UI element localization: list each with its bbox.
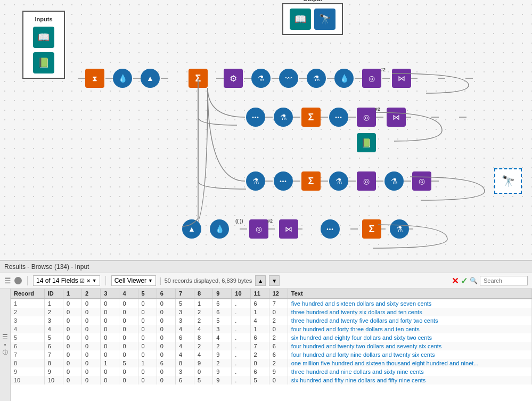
table-cell: 0 <box>101 325 119 333</box>
table-body: 11000000516.67five hundred and sixteen d… <box>11 299 532 384</box>
table-cell: 0 <box>101 350 119 359</box>
node-dna-r4[interactable]: ⋈ <box>279 219 298 239</box>
table-cell: 2 <box>194 342 213 350</box>
nav-down-button[interactable]: ▼ <box>269 275 280 286</box>
node-filter-1[interactable]: ⧗ <box>85 69 104 88</box>
table-cell: . <box>232 333 250 342</box>
nav-up-button[interactable]: ▲ <box>255 275 266 286</box>
table-cell: 0 <box>138 350 157 359</box>
table-cell: 0 <box>101 299 119 308</box>
table-row[interactable]: 88001516892.02one million five hundred a… <box>11 359 532 367</box>
table-cell: 0 <box>63 367 81 376</box>
table-cell: 0 <box>157 342 175 350</box>
table-cell: three hundred and twenty six dollars and… <box>288 308 531 316</box>
table-cell: 10 <box>44 376 63 384</box>
workflow-canvas[interactable]: Inputs 📖 📗 Output 📖 🔭 ⧗ 💧 ▲ Σ ⚙ ⚗ 〰 ⚗ 💧 … <box>0 0 532 261</box>
table-row[interactable]: 22000000326.10three hundred and twenty s… <box>11 308 532 316</box>
table-cell: 0 <box>101 308 119 316</box>
table-cell: 6 <box>213 308 232 316</box>
left-icon-2[interactable]: • <box>4 342 6 348</box>
toolbar-layout-icon[interactable]: ☰ <box>4 276 11 285</box>
table-cell: 0 <box>63 359 81 367</box>
table-row[interactable]: 44000000443.10four hundred and forty thr… <box>11 325 532 333</box>
node-blue-1[interactable]: 💧 <box>113 69 132 88</box>
search-icon: 🔍 <box>470 277 478 284</box>
table-cell: 0 <box>82 333 101 342</box>
node-triangle-1[interactable]: ▲ <box>141 69 160 88</box>
table-cell: 8 <box>175 359 194 367</box>
inputs-box-label: Inputs <box>35 16 53 22</box>
table-cell: 6 <box>44 342 63 350</box>
fields-selector[interactable]: 14 of 14 Fields ☑ ✕ ▼ <box>33 275 100 286</box>
fields-label: 14 of 14 Fields <box>36 277 78 284</box>
input-node-1[interactable]: 📖 <box>33 27 54 48</box>
table-cell: 0 <box>82 342 101 350</box>
col-header-6: 6 <box>157 289 175 299</box>
clear-button[interactable]: ✕ <box>452 276 459 286</box>
table-row[interactable]: 55000000684.62six hundred and eighty fou… <box>11 333 532 342</box>
table-cell: 6 <box>269 342 288 350</box>
results-panel: Results - Browse (134) - Input ☰ 14 of 1… <box>0 261 532 401</box>
node-flask-2[interactable]: ⚗ <box>307 69 326 88</box>
toolbar-divider-2 <box>105 276 106 285</box>
node-flask-r3-2[interactable]: ⚗ <box>329 171 348 191</box>
confirm-button[interactable]: ✓ <box>461 276 468 286</box>
table-cell: 0 <box>101 333 119 342</box>
output-node-binoculars[interactable]: 🔭 <box>314 9 335 30</box>
search-input[interactable] <box>480 276 528 285</box>
table-cell: 9 <box>213 350 232 359</box>
table-cell: 0 <box>119 350 138 359</box>
node-dots-r3-1[interactable]: ••• <box>274 171 293 191</box>
table-cell: 1 <box>44 299 63 308</box>
input-node-2[interactable]: 📗 <box>33 52 54 73</box>
output-box-label: Output <box>303 0 322 2</box>
curve-path-1 <box>362 64 479 96</box>
table-cell: 0 <box>82 299 101 308</box>
left-icon-1[interactable]: ☰ <box>2 333 8 341</box>
toolbar-divider-1 <box>27 276 28 285</box>
table-cell: one million five hundred and sixteen tho… <box>288 359 531 367</box>
table-row[interactable]: 66000000422.76four hundred and twenty tw… <box>11 342 532 350</box>
table-cell: 0 <box>101 316 119 325</box>
table-cell: 4 <box>213 333 232 342</box>
table-cell: 2 <box>213 342 232 350</box>
node-sigma-r3[interactable]: Σ <box>301 171 321 191</box>
table-row[interactable]: 33000000325.42three hundred and twenty f… <box>11 316 532 325</box>
table-cell: 0 <box>119 376 138 384</box>
table-cell: 6 <box>11 342 44 350</box>
toolbar-dot-icon[interactable] <box>14 277 22 284</box>
table-cell: six hundred and eighty four dollars and … <box>288 333 531 342</box>
table-cell: 0 <box>138 342 157 350</box>
output-node-1[interactable]: 📖 <box>290 9 311 30</box>
node-dots-r2-2[interactable]: ••• <box>329 108 348 127</box>
table-cell: 0 <box>82 376 101 384</box>
table-cell: 2 <box>250 350 269 359</box>
node-network-r3[interactable]: ◎ <box>357 171 376 191</box>
table-cell: 2 <box>44 308 63 316</box>
table-row[interactable]: 11000000516.67five hundred and sixteen d… <box>11 299 532 308</box>
cell-viewer-selector[interactable]: Cell Viewer ▼ <box>111 275 156 286</box>
table-cell: 0 <box>119 325 138 333</box>
table-cell: 2 <box>213 359 232 367</box>
results-header: Results - Browse (134) - Input <box>0 261 532 273</box>
table-row[interactable]: 1010000000659.50six hundred and fifty ni… <box>11 376 532 384</box>
node-funnel-1[interactable]: 💧 <box>334 69 354 88</box>
node-potion-r3[interactable]: ⚗ <box>384 171 404 191</box>
table-row[interactable]: 77000000449.26four hundred and forty nin… <box>11 350 532 359</box>
table-cell: 3 <box>175 367 194 376</box>
table-cell: 0 <box>138 316 157 325</box>
table-row[interactable]: 99000000309.69three hundred and nine dol… <box>11 367 532 376</box>
node-wave-1[interactable]: 〰 <box>279 69 298 88</box>
node-flask-r2-1[interactable]: ⚗ <box>274 108 293 127</box>
table-cell: 0 <box>157 376 175 384</box>
node-sigma-r2[interactable]: Σ <box>301 108 321 127</box>
data-table[interactable]: Record ID 1 2 3 4 5 6 7 8 9 10 11 12 <box>11 289 532 401</box>
node-dots-r4-1[interactable]: ••• <box>321 219 340 239</box>
table-cell: 1 <box>101 359 119 367</box>
table-cell: 0 <box>194 367 213 376</box>
output-box: Output 📖 🔭 <box>282 3 343 35</box>
table-cell: 2 <box>194 308 213 316</box>
results-body: ☰ • ⓘ Record ID 1 2 3 4 5 6 7 8 <box>0 289 532 401</box>
left-icon-3[interactable]: ⓘ <box>3 349 8 356</box>
table-cell: 0 <box>269 325 288 333</box>
